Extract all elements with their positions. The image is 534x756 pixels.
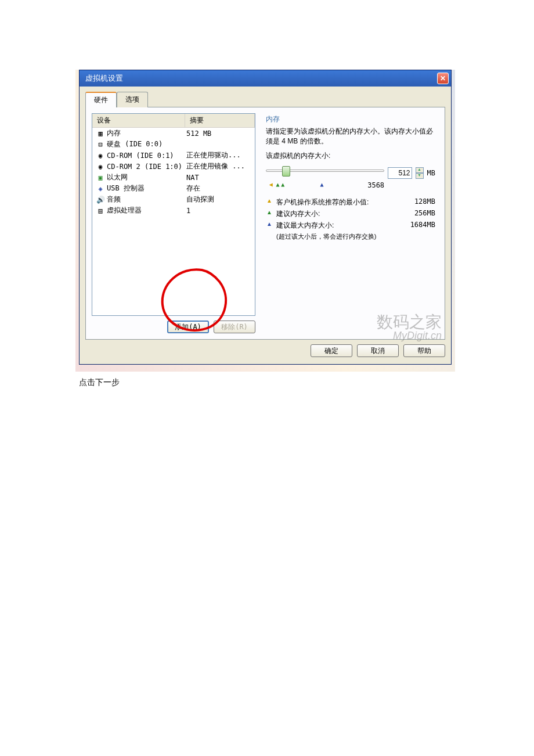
unit-label: MB [427,169,435,177]
header-summary[interactable]: 摘要 [185,114,255,127]
memory-input[interactable] [388,167,412,179]
usb-icon: ◈ [96,185,105,193]
marker-min-icon: ◀ [269,181,273,188]
dialog-title: 虚拟机设置 [85,73,437,84]
marker-rec2-icon: ▲ [281,181,284,188]
help-button[interactable]: 帮助 [403,344,445,357]
memory-desc: 请指定要为该虚拟机分配的内存大小。该内存大小值必须是 4 MB 的倍数。 [266,127,435,146]
memory-size-label: 该虚拟机的内存大小: [266,151,435,161]
cancel-button[interactable]: 取消 [357,344,399,357]
titlebar[interactable]: 虚拟机设置 ✕ [80,70,451,87]
list-item[interactable]: ◈USB 控制器 存在 [92,183,255,194]
tab-strip: 硬件 选项 [85,91,445,107]
close-button[interactable]: ✕ [437,73,449,84]
list-item[interactable]: ▤虚拟处理器 1 [92,205,255,216]
list-item[interactable]: ◉CD-ROM (IDE 0:1) 正在使用驱动... [92,150,255,161]
memory-slider[interactable] [266,165,384,181]
memory-title: 内存 [266,114,435,124]
list-item[interactable]: ◉CD-ROM 2 (IDE 1:0) 正在使用镜像 ... [92,161,255,172]
close-icon: ✕ [440,74,446,82]
device-list[interactable]: 设备 摘要 ▦内存 512 MB ⊟硬盘 (IDE 0:0) ◉CD-ROM (… [92,113,255,316]
triangle-blue-icon: ▲ [266,221,273,227]
vm-settings-dialog: 虚拟机设置 ✕ 硬件 选项 设备 摘要 ▦内存 512 MB [79,70,452,365]
legend-note: (超过该大小后，将会进行内存交换) [276,232,435,241]
max-value: 1684MB [403,221,435,229]
network-icon: ▣ [96,174,105,182]
list-item[interactable]: ⊟硬盘 (IDE 0:0) [92,139,255,150]
instruction-text: 点击下一步 [79,377,120,388]
header-device[interactable]: 设备 [92,114,185,127]
add-button[interactable]: 添加(A) [167,321,209,333]
list-item[interactable]: ▣以太网 NAT [92,172,255,183]
tab-hardware[interactable]: 硬件 [85,92,117,107]
triangle-green-icon: ▲ [266,209,273,215]
rec-value: 256MB [403,209,435,217]
spin-down-button[interactable]: ▼ [416,173,424,179]
disk-icon: ⊟ [96,141,105,149]
memory-icon: ▦ [96,129,105,138]
spin-up-button[interactable]: ▲ [416,167,424,173]
slider-max-label: 3568 [367,181,384,189]
cdrom-icon: ◉ [96,163,105,171]
list-item[interactable]: 🔊音频 自动探测 [92,194,255,205]
cdrom-icon: ◉ [96,152,105,160]
list-header: 设备 摘要 [92,114,255,128]
memory-settings-panel: 内存 请指定要为该虚拟机分配的内存大小。该内存大小值必须是 4 MB 的倍数。 … [262,113,439,333]
slider-thumb-icon[interactable] [282,166,290,177]
cpu-icon: ▤ [96,207,105,215]
ok-button[interactable]: 确定 [311,344,352,357]
triangle-yellow-icon: ▲ [266,197,273,204]
remove-button: 移除(R) [214,321,255,333]
audio-icon: 🔊 [96,196,105,204]
list-item[interactable]: ▦内存 512 MB [92,128,255,139]
tab-options[interactable]: 选项 [117,92,148,107]
marker-rec-icon: ▲ [276,181,280,188]
marker-max-icon: ▲ [320,181,323,188]
min-value: 128MB [403,197,435,206]
